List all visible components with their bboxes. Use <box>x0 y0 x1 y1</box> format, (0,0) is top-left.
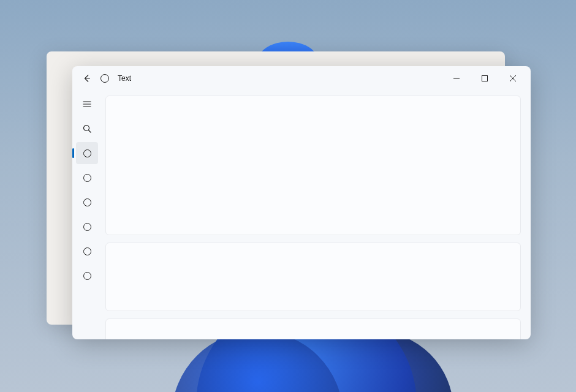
circle-icon <box>83 272 91 280</box>
circle-icon <box>83 149 91 157</box>
search-button[interactable] <box>76 118 98 140</box>
app-icon <box>100 74 109 83</box>
titlebar: Text <box>72 66 531 91</box>
hamburger-menu-button[interactable] <box>76 93 98 115</box>
content-area <box>102 91 531 339</box>
minimize-button[interactable] <box>442 69 471 88</box>
sidebar-item-1[interactable] <box>76 142 98 164</box>
content-card-1 <box>105 96 521 235</box>
circle-icon <box>83 223 91 231</box>
circle-icon <box>83 247 91 255</box>
circle-icon <box>83 174 91 182</box>
content-card-2 <box>105 243 521 311</box>
back-button[interactable] <box>82 74 92 83</box>
app-window: Text <box>72 66 531 339</box>
content-card-3 <box>105 318 521 339</box>
maximize-button[interactable] <box>471 69 499 88</box>
wallpaper-shape <box>172 331 343 392</box>
svg-line-9 <box>89 130 91 133</box>
sidebar-item-5[interactable] <box>76 240 98 262</box>
sidebar-item-6[interactable] <box>76 265 98 287</box>
window-body <box>72 91 531 339</box>
sidebar-item-3[interactable] <box>76 191 98 213</box>
circle-icon <box>83 198 91 206</box>
window-title: Text <box>118 74 131 83</box>
svg-rect-2 <box>482 76 488 81</box>
sidebar-item-4[interactable] <box>76 216 98 238</box>
wallpaper-shape <box>294 331 453 392</box>
sidebar <box>72 91 102 339</box>
sidebar-item-2[interactable] <box>76 167 98 189</box>
close-button[interactable] <box>499 69 527 88</box>
titlebar-left: Text <box>76 74 131 83</box>
